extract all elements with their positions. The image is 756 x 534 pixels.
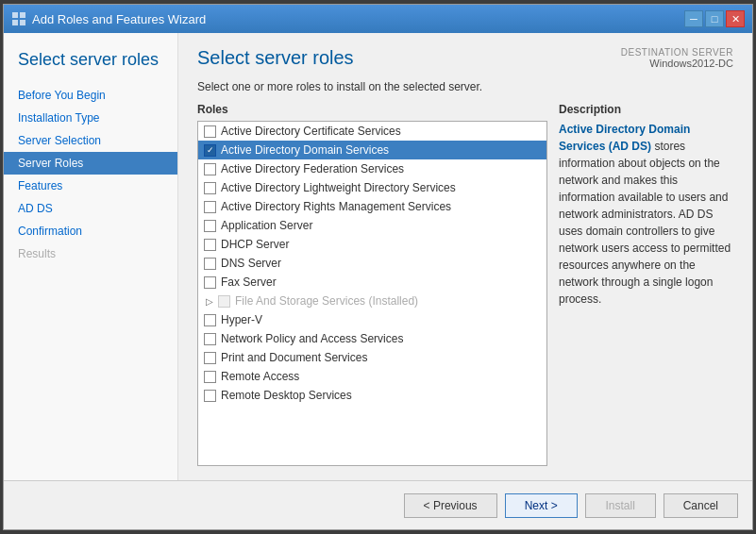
role-item-remote-access[interactable]: Remote Access [198,367,546,386]
sidebar-item-installation-type[interactable]: Installation Type [4,107,177,129]
svg-rect-2 [12,20,18,25]
role-label-dhcp: DHCP Server [221,238,289,251]
role-label-file-storage: File And Storage Services (Installed) [235,294,418,308]
checkbox-app-server[interactable] [204,220,216,232]
checkbox-file-storage[interactable] [218,295,230,308]
description-section: Description Active Directory Domain Serv… [559,103,733,466]
previous-button[interactable]: < Previous [404,493,497,518]
svg-rect-3 [20,20,25,25]
role-item-dns[interactable]: DNS Server [198,254,546,273]
role-item-fax[interactable]: Fax Server [198,273,546,292]
checkbox-remote-desktop[interactable] [204,390,216,402]
title-bar: Add Roles and Features Wizard ─ □ ✕ [4,5,752,33]
checkbox-dhcp[interactable] [204,239,216,251]
role-item-ad-federation[interactable]: Active Directory Federation Services [198,159,546,178]
checkbox-ad-certificate[interactable] [204,125,216,138]
sidebar: Select server roles Before You Begin Ins… [4,33,178,480]
checkbox-fax[interactable] [204,276,216,289]
cancel-button[interactable]: Cancel [664,493,738,518]
destination-server-name: Windows2012-DC [621,58,733,69]
role-item-file-storage[interactable]: ▷ File And Storage Services (Installed) [198,292,546,310]
roles-list[interactable]: Active Directory Certificate Services ✓ … [197,121,547,466]
role-item-ad-rights[interactable]: Active Directory Rights Management Servi… [198,197,546,216]
checkbox-ad-federation[interactable] [204,163,216,175]
sidebar-title: Select server roles [4,42,177,84]
description-label: Description [559,103,733,116]
role-label-ad-certificate: Active Directory Certificate Services [221,125,401,138]
role-item-ad-certificate[interactable]: Active Directory Certificate Services [198,122,546,141]
description-body: stores information about objects on the … [559,140,731,306]
role-item-app-server[interactable]: Application Server [198,216,546,235]
title-controls: ─ □ ✕ [684,10,745,27]
role-item-print-doc[interactable]: Print and Document Services [198,348,546,367]
main-panel: Select server roles DESTINATION SERVER W… [178,33,752,480]
roles-description-area: Roles Active Directory Certificate Servi… [197,103,733,466]
next-button[interactable]: Next > [505,493,578,518]
role-item-ad-lightweight[interactable]: Active Directory Lightweight Directory S… [198,178,546,197]
checkbox-print-doc[interactable] [204,352,216,364]
role-label-app-server: Application Server [221,219,312,232]
expand-icon-file-storage[interactable]: ▷ [204,295,215,307]
checkbox-hyper-v[interactable] [204,314,216,326]
sidebar-item-features[interactable]: Features [4,175,177,197]
title-bar-left: Add Roles and Features Wizard [11,11,206,26]
svg-rect-1 [20,12,25,18]
role-label-ad-rights: Active Directory Rights Management Servi… [221,200,451,213]
footer: < Previous Next > Install Cancel [4,480,752,529]
instruction-text: Select one or more roles to install on t… [197,80,733,93]
role-label-network-policy: Network Policy and Access Services [221,332,403,345]
sidebar-item-confirmation[interactable]: Confirmation [4,220,177,242]
checkbox-network-policy[interactable] [204,333,216,345]
app-icon [11,11,26,26]
role-item-network-policy[interactable]: Network Policy and Access Services [198,329,546,348]
sidebar-item-before-you-begin[interactable]: Before You Begin [4,84,177,107]
page-title: Select server roles [197,47,354,69]
main-window: Add Roles and Features Wizard ─ □ ✕ Sele… [3,4,753,530]
role-item-remote-desktop[interactable]: Remote Desktop Services [198,386,546,405]
role-label-dns: DNS Server [221,257,281,270]
checkbox-ad-domain[interactable]: ✓ [204,144,216,157]
role-item-dhcp[interactable]: DHCP Server [198,235,546,254]
checkbox-ad-rights[interactable] [204,201,216,213]
close-button[interactable]: ✕ [726,10,745,27]
sidebar-item-results: Results [4,242,177,265]
minimize-button[interactable]: ─ [684,10,703,27]
install-button[interactable]: Install [585,493,656,518]
description-text: Active Directory Domain Services (AD DS)… [559,121,733,308]
sidebar-item-server-selection[interactable]: Server Selection [4,129,177,152]
role-label-ad-federation: Active Directory Federation Services [221,162,404,175]
role-label-print-doc: Print and Document Services [221,351,367,364]
sidebar-item-ad-ds[interactable]: AD DS [4,197,177,220]
role-item-ad-domain[interactable]: ✓ Active Directory Domain Services [198,141,546,159]
sidebar-item-server-roles[interactable]: Server Roles [4,152,177,175]
destination-server-info: DESTINATION SERVER Windows2012-DC [621,47,733,69]
checkbox-ad-lightweight[interactable] [204,182,216,194]
role-label-remote-desktop: Remote Desktop Services [221,389,352,402]
content-area: Select server roles Before You Begin Ins… [4,33,752,480]
roles-section: Roles Active Directory Certificate Servi… [197,103,547,466]
main-header: Select server roles DESTINATION SERVER W… [197,47,733,69]
window-title: Add Roles and Features Wizard [32,12,206,26]
role-label-ad-domain: Active Directory Domain Services [221,143,389,157]
destination-label: DESTINATION SERVER [621,47,733,58]
role-label-ad-lightweight: Active Directory Lightweight Directory S… [221,181,456,194]
svg-rect-0 [12,12,18,18]
roles-label: Roles [197,103,547,116]
role-label-fax: Fax Server [221,275,277,289]
checkbox-dns[interactable] [204,258,216,270]
role-label-hyper-v: Hyper-V [221,313,262,326]
maximize-button[interactable]: □ [705,10,724,27]
role-label-remote-access: Remote Access [221,370,299,383]
checkbox-remote-access[interactable] [204,371,216,383]
role-item-hyper-v[interactable]: Hyper-V [198,310,546,329]
